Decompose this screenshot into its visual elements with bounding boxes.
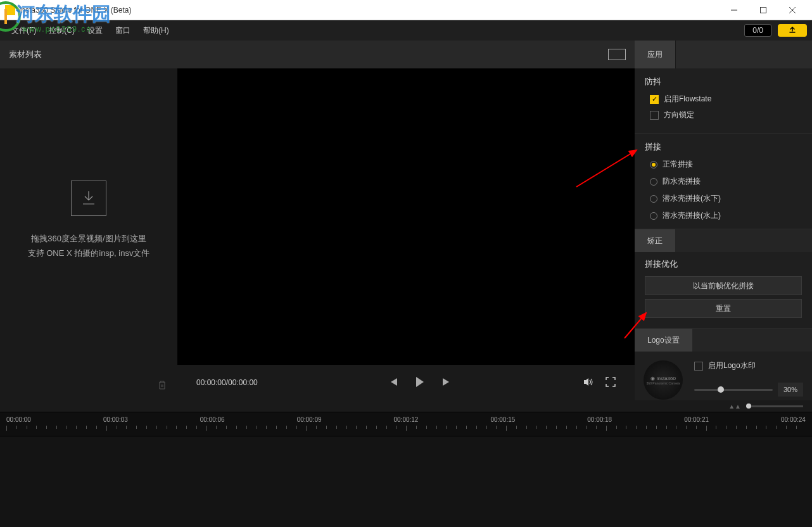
svg-rect-0 bbox=[5, 5, 15, 15]
menu-control[interactable]: 控制(C) bbox=[42, 23, 81, 39]
task-counter: 0/0 bbox=[744, 24, 771, 37]
reset-button[interactable]: 重置 bbox=[645, 299, 802, 318]
ruler-label: 00:00:09 bbox=[297, 416, 322, 423]
menu-help[interactable]: 帮助(H) bbox=[137, 23, 175, 39]
radio-stitch-waterproof[interactable]: 防水壳拼接 bbox=[650, 176, 802, 187]
logo-opacity-slider[interactable] bbox=[694, 389, 773, 391]
menu-settings[interactable]: 设置 bbox=[81, 23, 109, 39]
checkbox-logo-watermark[interactable]: 启用Logo水印 bbox=[694, 360, 803, 371]
panel-tabs: 应用 bbox=[635, 41, 812, 68]
stitch-opt-title: 拼接优化 bbox=[640, 258, 807, 270]
preview-panel: 00:00:00/00:00:00 bbox=[177, 41, 635, 400]
ruler-label: 00:00:12 bbox=[394, 416, 419, 423]
menu-window[interactable]: 窗口 bbox=[109, 23, 137, 39]
checkbox-icon bbox=[650, 95, 659, 104]
ruler-label: 00:00:06 bbox=[200, 416, 225, 423]
close-button[interactable] bbox=[778, 1, 807, 20]
window-titlebar: Insta360 Studio for ONE X (Beta) bbox=[0, 0, 812, 20]
window-title: Insta360 Studio for ONE X (Beta) bbox=[19, 6, 131, 15]
calibrate-tabs: 矫正 bbox=[635, 229, 812, 252]
section-logo: ◉ Insta360 360 Panoramic Camera 启用Logo水印… bbox=[635, 352, 812, 400]
play-button[interactable] bbox=[414, 376, 426, 390]
zoom-out-icon[interactable]: ▲▲ bbox=[728, 403, 741, 410]
timeline-zoom-slider[interactable] bbox=[746, 405, 803, 407]
logo-opacity-value: 30% bbox=[778, 383, 803, 397]
checkbox-icon bbox=[650, 111, 659, 120]
volume-button[interactable] bbox=[583, 377, 594, 389]
radio-icon bbox=[650, 161, 657, 168]
checkbox-direction-lock[interactable]: 方向锁定 bbox=[645, 110, 802, 120]
menu-file[interactable]: 文件(F) bbox=[5, 23, 42, 39]
ruler-label: 00:00:21 bbox=[684, 416, 709, 423]
video-viewport[interactable] bbox=[177, 68, 635, 365]
stabilization-title: 防抖 bbox=[645, 76, 802, 87]
aspect-ratio-button[interactable] bbox=[608, 49, 626, 60]
radio-icon bbox=[650, 178, 657, 186]
next-frame-button[interactable] bbox=[439, 377, 452, 389]
section-stitch: 拼接 正常拼接 防水壳拼接 潜水壳拼接(水下) 潜水壳拼接(水上) bbox=[635, 134, 812, 229]
flowstate-label: 启用Flowstate bbox=[664, 94, 711, 105]
radio-label: 正常拼接 bbox=[663, 159, 693, 170]
download-icon bbox=[71, 181, 106, 216]
logo-tabs: Logo设置 bbox=[635, 329, 812, 352]
sidebar-title: 素材列表 bbox=[0, 41, 177, 68]
section-stabilization: 防抖 启用Flowstate 方向锁定 bbox=[635, 68, 812, 134]
media-drop-zone[interactable]: 拖拽360度全景视频/图片到这里 支持 ONE X 拍摄的insp, insv文… bbox=[0, 68, 177, 372]
radio-label: 潜水壳拼接(水下) bbox=[663, 193, 721, 204]
export-icon bbox=[788, 26, 797, 35]
radio-icon bbox=[650, 212, 657, 220]
tab-calibrate[interactable]: 矫正 bbox=[635, 229, 675, 252]
slider-thumb[interactable] bbox=[718, 386, 724, 393]
checkbox-flowstate[interactable]: 启用Flowstate bbox=[645, 94, 802, 105]
minimize-button[interactable] bbox=[720, 1, 749, 20]
fullscreen-button[interactable] bbox=[606, 377, 616, 389]
timeline-ruler[interactable]: 00:00:00 00:00:03 00:00:06 00:00:09 00:0… bbox=[0, 412, 812, 436]
radio-stitch-dive-above[interactable]: 潜水壳拼接(水上) bbox=[650, 210, 802, 221]
svg-rect-2 bbox=[761, 7, 766, 13]
optimize-current-button[interactable]: 以当前帧优化拼接 bbox=[645, 276, 802, 295]
slider-thumb[interactable] bbox=[746, 403, 751, 409]
drop-hint-1: 拖拽360度全景视频/图片到这里 bbox=[31, 231, 146, 246]
ruler-label: 00:00:03 bbox=[103, 416, 128, 423]
radio-stitch-normal[interactable]: 正常拼接 bbox=[650, 159, 802, 170]
section-stitch-optimize: 拼接优化 以当前帧优化拼接 重置 bbox=[635, 252, 812, 329]
radio-icon bbox=[650, 195, 657, 203]
direction-lock-label: 方向锁定 bbox=[664, 110, 694, 120]
sidebar: 素材列表 拖拽360度全景视频/图片到这里 支持 ONE X 拍摄的insp, … bbox=[0, 41, 177, 400]
enable-logo-label: 启用Logo水印 bbox=[708, 360, 756, 371]
menubar: 河东软件园 www.pc0359.cn 文件(F) 控制(C) 设置 窗口 帮助… bbox=[0, 20, 812, 41]
timeline-tracks[interactable] bbox=[0, 436, 812, 527]
time-display: 00:00:00/00:00:00 bbox=[196, 378, 258, 387]
timeline-zoom-bar: ▲▲ bbox=[0, 400, 812, 412]
ruler-label: 00:00:18 bbox=[587, 416, 612, 423]
radio-label: 潜水壳拼接(水上) bbox=[663, 210, 721, 221]
export-button[interactable] bbox=[778, 24, 807, 37]
tab-logo[interactable]: Logo设置 bbox=[635, 329, 692, 352]
prev-frame-button[interactable] bbox=[388, 377, 401, 389]
ruler-label: 00:00:00 bbox=[6, 416, 31, 423]
stitch-title: 拼接 bbox=[645, 141, 802, 153]
app-icon bbox=[5, 5, 15, 15]
maximize-button[interactable] bbox=[749, 1, 778, 20]
ruler-label: 00:00:24 bbox=[781, 416, 806, 423]
logo-preview-circle: ◉ Insta360 360 Panoramic Camera bbox=[644, 360, 683, 400]
ruler-label: 00:00:15 bbox=[490, 416, 515, 423]
tab-apply[interactable]: 应用 bbox=[635, 41, 676, 68]
trash-icon[interactable] bbox=[157, 380, 167, 393]
checkbox-icon bbox=[694, 362, 703, 371]
radio-label: 防水壳拼接 bbox=[663, 176, 701, 187]
drop-hint-2: 支持 ONE X 拍摄的insp, insv文件 bbox=[28, 246, 150, 260]
radio-stitch-dive-under[interactable]: 潜水壳拼接(水下) bbox=[650, 193, 802, 204]
properties-panel: 应用 防抖 启用Flowstate 方向锁定 拼接 正常拼接 防水壳拼接 潜水壳… bbox=[635, 41, 812, 400]
